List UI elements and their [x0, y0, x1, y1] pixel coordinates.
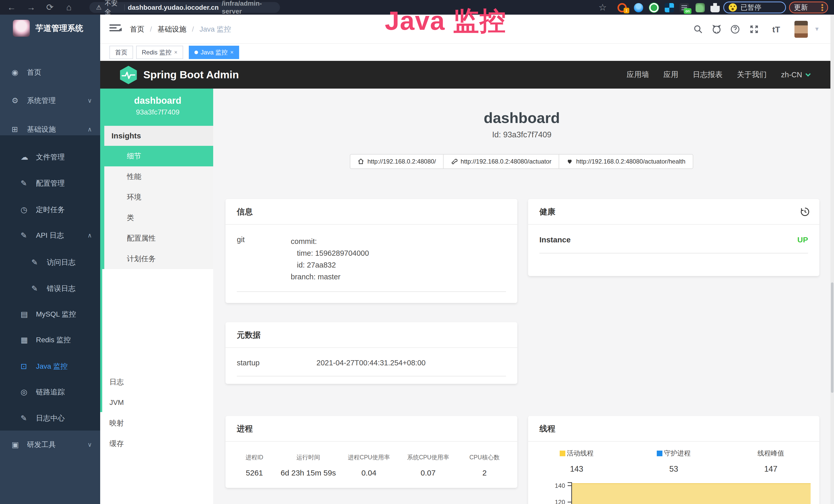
sidebar-item-label: 错误日志 [47, 280, 75, 298]
github-icon[interactable] [712, 24, 722, 34]
page-scrollbar-thumb[interactable] [831, 282, 833, 393]
browser-forward-icon[interactable]: → [27, 0, 36, 15]
sba-nav-journal[interactable]: 日志报表 [693, 70, 723, 80]
breadcrumb-infra[interactable]: 基础设施 [157, 25, 186, 33]
browser-menu-icon[interactable] [821, 3, 823, 12]
extension-grid-icon[interactable] [665, 3, 674, 12]
peak-threads-value: 147 [722, 464, 819, 474]
sidebar-item-dev-tools[interactable]: ▣ 研发工具 ∨ [0, 436, 100, 454]
sba-menu-caches[interactable]: 缓存 [102, 433, 213, 454]
sidebar-item-infra[interactable]: ⊞ 基础设施 ∧ [0, 120, 100, 138]
sba-menu-logs[interactable]: 日志 [102, 372, 213, 392]
tab-java-monitor[interactable]: Java 监控 × [189, 46, 239, 59]
process-card: 进程 进程ID 运行时间 进程CPU使用率 系统CPU使用率 CPU核心数 52… [225, 416, 517, 488]
font-size-icon[interactable]: tT [772, 25, 780, 35]
close-icon[interactable]: × [174, 46, 177, 59]
browser-back-icon[interactable]: ← [7, 0, 16, 15]
sba-nav-wallboard[interactable]: 应用墙 [627, 70, 649, 80]
extensions-puzzle-icon[interactable] [710, 3, 720, 12]
sidebar-item-redis-monitor[interactable]: ▦ Redis 监控 [0, 331, 100, 349]
database-icon: ▤ [21, 305, 28, 323]
bookmark-star-icon[interactable]: ☆ [598, 0, 607, 15]
sba-nav-about[interactable]: 关于我们 [737, 70, 767, 80]
extension-pin-icon[interactable] [634, 3, 643, 12]
sba-menu-config-props[interactable]: 配置属性 [104, 228, 213, 249]
address-bar[interactable]: ⚠ 不安全 dashboard.yudao.iocoder.cn/infra/a… [89, 2, 280, 13]
sidebar-item-system[interactable]: ⚙ 系统管理 ∨ [0, 92, 100, 110]
sidebar-item-access-log[interactable]: ✎ 访问日志 [0, 253, 100, 271]
sidebar-item-scheduled-jobs[interactable]: ◷ 定时任务 [0, 201, 100, 219]
close-icon[interactable]: × [230, 46, 234, 59]
extension-green-icon[interactable] [649, 3, 659, 12]
avatar-caret-icon[interactable]: ▾ [815, 25, 818, 33]
service-url-label: http://192.168.0.2:48080/ [367, 158, 436, 165]
sba-menu-jvm[interactable]: JVM [102, 392, 213, 413]
gauge-icon: ◉ [12, 63, 18, 82]
browser-reload-icon[interactable]: ⟳ [46, 0, 54, 15]
paused-button[interactable]: 已暂停 [723, 2, 786, 13]
sidebar-item-label: MySQL 监控 [36, 305, 76, 323]
history-icon[interactable] [799, 206, 811, 217]
sba-instance-header[interactable]: dashboard 93a3fc7f7409 [102, 89, 213, 126]
sidebar-item-java-monitor[interactable]: ⊡ Java 监控 [0, 358, 100, 375]
sba-menu-scheduled-tasks[interactable]: 计划任务 [104, 249, 213, 269]
live-threads-area-series [572, 483, 811, 504]
sba-insights-group: Insights 细节 性能 环境 类 配置属性 计划任务 [102, 126, 213, 269]
health-status-badge: UP [797, 235, 808, 244]
sidebar-item-label: API 日志 [36, 226, 64, 245]
update-browser-button[interactable]: 更新 [789, 2, 828, 13]
chevron-down-icon: ∨ [87, 92, 92, 110]
sidebar-item-api-log[interactable]: ✎ API 日志 ∧ [0, 226, 100, 245]
ytick-140: 140 [545, 482, 565, 489]
sidebar-item-config[interactable]: ✎ 配置管理 [0, 174, 100, 192]
monitor-icon: ⊡ [21, 358, 27, 375]
wrench-icon [451, 158, 458, 165]
sba-language-select[interactable]: zh-CN [781, 71, 811, 79]
sidebar-item-error-log[interactable]: ✎ 错误日志 [0, 280, 100, 298]
sidebar-item-files[interactable]: ☁ 文件管理 [0, 148, 100, 166]
language-label: zh-CN [781, 71, 802, 79]
health-url-button[interactable]: http://192.168.0.2:48080/actuator/health [559, 154, 693, 169]
insecure-label[interactable]: 不安全 [105, 0, 121, 16]
sba-menu-metrics[interactable]: 性能 [104, 166, 213, 187]
chevron-down-icon: ∨ [87, 436, 92, 454]
tab-redis-monitor[interactable]: Redis 监控 × [136, 46, 183, 59]
gear-icon: ⚙ [12, 92, 19, 110]
spring-boot-admin-logo-icon [119, 65, 138, 85]
breadcrumb: 首页 / 基础设施 / Java 监控 [130, 15, 231, 44]
sba-nav-applications[interactable]: 应用 [663, 70, 678, 80]
col-uptime: 运行时间 [279, 453, 338, 461]
sidebar-fold-icon[interactable] [109, 24, 122, 34]
actuator-url-button[interactable]: http://192.168.0.2:48080/actuator [443, 154, 559, 169]
sidebar-item-home[interactable]: ◉ 首页 [0, 63, 100, 82]
sidebar-item-mysql-monitor[interactable]: ▤ MySQL 监控 [0, 305, 100, 323]
service-url-button[interactable]: http://192.168.0.2:48080/ [350, 154, 444, 169]
sba-menu-environment[interactable]: 环境 [104, 187, 213, 207]
edit-icon: ✎ [31, 280, 38, 298]
breadcrumb-separator: / [192, 25, 194, 33]
sba-menu-mappings[interactable]: 映射 [102, 413, 213, 433]
breadcrumb-home[interactable]: 首页 [130, 25, 144, 33]
edit-icon: ✎ [21, 226, 27, 245]
sidebar-item-label: 配置管理 [36, 174, 65, 192]
search-icon[interactable] [693, 24, 703, 34]
process-table-header: 进程ID 运行时间 进程CPU使用率 系统CPU使用率 CPU核心数 [230, 453, 513, 461]
url-host[interactable]: dashboard.yudao.iocoder.cn [128, 4, 219, 12]
cloud-icon: ☁ [21, 148, 28, 166]
sba-menu-details[interactable]: 细节 [104, 146, 213, 166]
sba-brand-title[interactable]: Spring Boot Admin [143, 61, 239, 89]
sidebar-item-log-center[interactable]: ✎ 日志中心 [0, 409, 100, 427]
fullscreen-icon[interactable] [749, 24, 759, 34]
help-icon[interactable] [730, 24, 740, 34]
sba-menu-classes[interactable]: 类 [104, 207, 213, 228]
edit-icon: ✎ [31, 253, 38, 271]
page-scrollbar[interactable] [830, 15, 834, 504]
sidebar-item-label: 文件管理 [36, 148, 65, 166]
extension-leaf-icon[interactable] [696, 3, 705, 12]
avatar[interactable] [794, 21, 808, 38]
tab-home[interactable]: 首页 [109, 46, 133, 59]
sidebar-item-tracing[interactable]: ◎ 链路追踪 [0, 383, 100, 401]
app-title: 芋道管理系统 [36, 20, 83, 37]
browser-home-icon[interactable]: ⌂ [66, 0, 72, 15]
health-card-title: 健康 [540, 207, 555, 216]
